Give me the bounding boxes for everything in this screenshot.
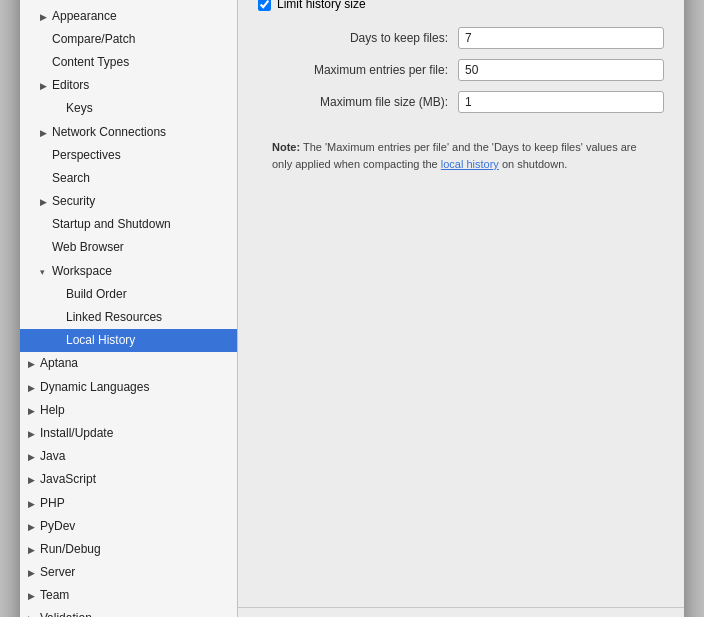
arrow-icon: ▶ (28, 473, 40, 487)
sidebar-item-team[interactable]: ▶Team (20, 584, 237, 607)
sidebar-item-dynamic-languages[interactable]: ▶Dynamic Languages (20, 376, 237, 399)
sidebar-item-workspace[interactable]: ▾Workspace (20, 260, 237, 283)
arrow-icon: ▶ (28, 520, 40, 534)
sidebar-item-server[interactable]: ▶Server (20, 561, 237, 584)
content-bottom-buttons: Restore Defaults Apply (238, 607, 684, 617)
sidebar-item-build-order[interactable]: ▶Build Order (20, 283, 237, 306)
sidebar-item-security[interactable]: ▶Security (20, 190, 237, 213)
note-label: Note: (272, 141, 300, 153)
sidebar-item-java[interactable]: ▶Java (20, 445, 237, 468)
sidebar-item-pydev[interactable]: ▶PyDev (20, 515, 237, 538)
sidebar-item-php[interactable]: ▶PHP (20, 492, 237, 515)
arrow-icon: ▶ (28, 589, 40, 603)
arrow-icon: ▶ (40, 10, 52, 24)
arrow-icon: ▶ (40, 79, 52, 93)
arrow-icon: ▶ (40, 126, 52, 140)
tree: ▾General ▶Appearance ▶Compare/Patch ▶Con… (20, 0, 237, 617)
arrow-icon: ▶ (28, 381, 40, 395)
days-input[interactable] (458, 27, 664, 49)
sidebar-item-run-debug[interactable]: ▶Run/Debug (20, 538, 237, 561)
arrow-icon: ▶ (28, 543, 40, 557)
sidebar-item-install-update[interactable]: ▶Install/Update (20, 422, 237, 445)
arrow-icon: ▶ (28, 357, 40, 371)
arrow-icon: ▶ (28, 497, 40, 511)
arrow-icon: ▾ (40, 265, 52, 279)
note-text2: on shutdown. (499, 158, 568, 170)
max-size-input[interactable] (458, 91, 664, 113)
arrow-icon: ▶ (28, 612, 40, 617)
sidebar-item-content-types[interactable]: ▶Content Types (20, 51, 237, 74)
arrow-icon: ▶ (28, 404, 40, 418)
sidebar-item-editors[interactable]: ▶Editors (20, 74, 237, 97)
content-area: Local History ⇦ ⇨ ▾ Limit history size D… (238, 0, 684, 617)
max-entries-row: Maximum entries per file: (258, 59, 664, 81)
content-form: Limit history size Days to keep files: M… (238, 0, 684, 607)
sidebar-item-keys[interactable]: ▶Keys (20, 97, 237, 120)
limit-history-row: Limit history size (258, 0, 664, 11)
max-entries-input[interactable] (458, 59, 664, 81)
sidebar-item-web-browser[interactable]: ▶Web Browser (20, 236, 237, 259)
sidebar-item-validation[interactable]: ▶Validation (20, 607, 237, 617)
sidebar-item-appearance[interactable]: ▶Appearance (20, 5, 237, 28)
max-size-label: Maximum file size (MB): (258, 95, 458, 109)
sidebar: ✕ ▾General ▶Appearance ▶Compare/Patch ▶C… (20, 0, 238, 617)
arrow-icon: ▶ (28, 566, 40, 580)
arrow-icon: ▶ (40, 195, 52, 209)
note-link[interactable]: local history (441, 158, 499, 170)
limit-history-label: Limit history size (277, 0, 366, 11)
sidebar-item-help[interactable]: ▶Help (20, 399, 237, 422)
main-area: ✕ ▾General ▶Appearance ▶Compare/Patch ▶C… (20, 0, 684, 617)
arrow-icon: ▶ (28, 450, 40, 464)
max-size-row: Maximum file size (MB): (258, 91, 664, 113)
sidebar-item-search[interactable]: ▶Search (20, 167, 237, 190)
sidebar-item-perspectives[interactable]: ▶Perspectives (20, 144, 237, 167)
sidebar-item-javascript[interactable]: ▶JavaScript (20, 468, 237, 491)
arrow-icon: ▾ (28, 0, 40, 1)
sidebar-item-startup-shutdown[interactable]: ▶Startup and Shutdown (20, 213, 237, 236)
sidebar-item-network-connections[interactable]: ▶Network Connections (20, 121, 237, 144)
sidebar-item-local-history[interactable]: ▶Local History (20, 329, 237, 352)
days-row: Days to keep files: (258, 27, 664, 49)
sidebar-item-aptana[interactable]: ▶Aptana (20, 352, 237, 375)
sidebar-item-compare-patch[interactable]: ▶Compare/Patch (20, 28, 237, 51)
preferences-window: Preferences ✕ ▾General ▶Appearance ▶ (20, 0, 684, 617)
arrow-icon: ▶ (28, 427, 40, 441)
days-label: Days to keep files: (258, 31, 458, 45)
note-box: Note: The 'Maximum entries per file' and… (258, 129, 664, 182)
sidebar-item-linked-resources[interactable]: ▶Linked Resources (20, 306, 237, 329)
limit-history-checkbox[interactable] (258, 0, 271, 11)
max-entries-label: Maximum entries per file: (258, 63, 458, 77)
